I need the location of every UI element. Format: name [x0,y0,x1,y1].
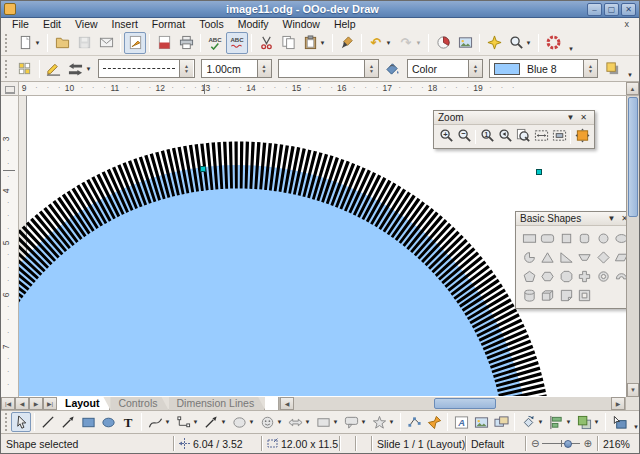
spinner-icon[interactable]: ▲▼ [364,60,378,77]
edit-file-button[interactable] [124,32,146,54]
toolbar-grip[interactable] [5,60,10,78]
dropdown-arrow-icon[interactable]: ▼ [85,66,91,72]
dropdown-arrow-icon[interactable]: ▼ [566,419,572,425]
curve-button[interactable]: ▼ [145,412,173,432]
alignment-button[interactable]: ▼ [546,412,574,432]
fontwork-gallery-button[interactable]: A [451,412,471,432]
open-button[interactable] [51,32,73,54]
glue-points-button[interactable] [424,412,444,432]
menu-insert[interactable]: Insert [105,18,145,30]
dropdown-arrow-icon[interactable]: ▼ [221,419,227,425]
circle-pie-shape-button[interactable] [520,248,539,267]
auto-spellcheck-button[interactable]: ABC [226,32,248,54]
rectangle-button[interactable] [78,412,98,432]
dropdown-arrow-icon[interactable]: ▼ [416,40,422,46]
area-button[interactable] [382,58,404,80]
symbol-shapes-button[interactable]: ▼ [257,412,285,432]
menu-view[interactable]: View [68,18,105,30]
circle-shape-button[interactable] [594,229,613,248]
square-rounded-shape-button[interactable] [576,229,595,248]
lines-and-arrows-button[interactable]: ▼ [201,412,229,432]
minimize-button[interactable]: – [587,3,602,16]
close-document-icon[interactable]: x [619,19,636,29]
dropdown-arrow-icon[interactable]: ▼ [333,419,339,425]
basic-shapes-palette[interactable]: Basic Shapes ▼ ✕ [515,211,626,309]
menu-edit[interactable]: Edit [36,18,68,30]
horizontal-scrollbar[interactable]: ◀ ▶ [279,397,625,410]
drawing-canvas[interactable]: Zoom ▼ ✕ +−1 Basic Shapes ▼ ✕ [19,96,626,397]
page-width-button[interactable] [532,127,550,146]
zoom-palette[interactable]: Zoom ▼ ✕ +−1 [433,110,595,149]
styles-button[interactable] [14,58,36,80]
scroll-right-icon[interactable]: ▶ [611,397,625,410]
folded-corner-shape-button[interactable] [557,286,576,305]
dropdown-arrow-icon[interactable]: ▼ [165,419,171,425]
ellipse-shape-button[interactable] [613,229,627,248]
arrange-button[interactable]: ▼ [574,412,602,432]
text-button[interactable]: T [118,412,138,432]
line-style-select[interactable]: ▲▼ [98,59,195,78]
menu-window[interactable]: Window [276,18,327,30]
trapezoid-shape-button[interactable] [576,248,595,267]
line-color-select[interactable]: ▲▼ [278,59,379,78]
email-button[interactable] [95,32,117,54]
print-button[interactable] [175,32,197,54]
rectangle-shape-button[interactable] [520,229,539,248]
basic-shapes-button[interactable]: ▼ [229,412,257,432]
help-button[interactable] [542,32,564,54]
optimal-view-button[interactable] [550,127,568,146]
shift-button[interactable] [573,127,591,146]
ellipse-button[interactable] [98,412,118,432]
hexagon-shape-button[interactable] [539,267,558,286]
palette-menu-icon[interactable]: ▼ [604,214,618,223]
insert-image-button[interactable] [454,32,476,54]
spinner-icon[interactable]: ▲▼ [468,60,482,77]
copy-button[interactable] [277,32,299,54]
spinner-icon[interactable]: ▲▼ [257,60,271,77]
zoom-palette-titlebar[interactable]: Zoom ▼ ✕ [434,111,594,125]
toolbar-grip[interactable] [5,413,7,431]
line-properties-button[interactable] [43,58,65,80]
flowcharts-button[interactable]: ▼ [313,412,341,432]
octagon-shape-button[interactable] [557,267,576,286]
basic-shapes-titlebar[interactable]: Basic Shapes ▼ ✕ [516,212,626,226]
toolbar-options-icon[interactable]: ▼ [564,46,578,52]
arrow-button[interactable] [58,412,78,432]
dropdown-arrow-icon[interactable]: ▼ [35,40,41,46]
dropdown-arrow-icon[interactable]: ▼ [538,419,544,425]
new-document-button[interactable]: ▼ [14,32,44,54]
cube-shape-button[interactable] [539,286,558,305]
connector-button[interactable]: ▼ [173,412,201,432]
spellcheck-button[interactable]: ABC [204,32,226,54]
zoom-slider[interactable]: ⊖ ⊕ [525,436,597,451]
close-button[interactable]: ✕ [621,3,636,16]
scroll-down-icon[interactable]: ▼ [627,383,639,397]
redo-button[interactable]: ↷▼ [395,32,425,54]
spinner-icon[interactable]: ▲▼ [583,60,597,77]
menu-format[interactable]: Format [145,18,192,30]
callouts-button[interactable]: ▼ [341,412,369,432]
zoom-in-button[interactable]: + [437,127,455,146]
line-width-field[interactable]: 1.00cm ▲▼ [201,59,271,78]
tab-controls[interactable]: Controls [110,397,168,410]
vertical-scrollbar[interactable]: ▼ [626,96,639,397]
toolbar-options-icon[interactable]: ▼ [623,72,637,78]
horizontal-scroll-track[interactable] [294,397,611,410]
previous-page-button[interactable]: ◀ [15,397,29,410]
dropdown-arrow-icon[interactable]: ▼ [249,419,255,425]
palette-menu-icon[interactable]: ▼ [563,113,577,122]
rotate-button[interactable]: ▼ [518,412,546,432]
dropdown-arrow-icon[interactable]: ▼ [386,40,392,46]
scroll-left-icon[interactable]: ◀ [280,397,294,410]
zoom-button[interactable]: ▼ [505,32,535,54]
maximize-button[interactable]: ▢ [604,3,619,16]
parallelogram-shape-button[interactable] [613,248,627,267]
last-page-button[interactable]: ▶| [43,397,57,410]
rectangle-rounded-shape-button[interactable] [539,229,558,248]
vertical-ruler[interactable]: 3···4···5···6···7··· [1,96,19,397]
next-page-button[interactable]: ▶ [29,397,43,410]
dropdown-arrow-icon[interactable]: ▼ [320,40,326,46]
zoom-in-icon[interactable]: ⊕ [583,438,591,449]
block-arrows-button[interactable]: ▼ [285,412,313,432]
edit-points-button[interactable] [404,412,424,432]
